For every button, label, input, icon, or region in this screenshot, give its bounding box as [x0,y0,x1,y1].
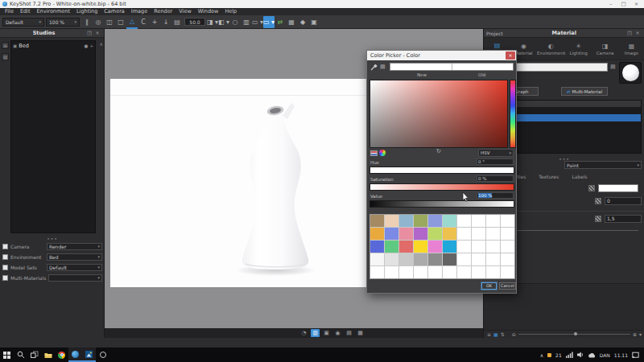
color-swatch[interactable] [443,228,456,240]
menu-item[interactable]: File [2,8,17,15]
animation-icon[interactable]: ◔ [299,329,308,337]
eyedropper-icon[interactable] [370,64,378,71]
pan-icon[interactable]: + [149,16,160,28]
saturation-slider[interactable] [369,183,514,191]
minimize-button[interactable]: – [605,1,616,7]
filter-icon[interactable]: ▾ [639,331,642,337]
color-swatch[interactable] [399,241,413,253]
color-swatch[interactable] [385,241,398,253]
color-swatch[interactable] [443,215,456,227]
ok-button[interactable]: OK [481,282,497,290]
link-checkbox[interactable] [2,254,8,260]
queue-icon[interactable]: ▤ [345,329,353,337]
color-mode-select[interactable]: HSV ▾ [478,149,514,157]
settings-taskbar-icon[interactable] [96,348,109,362]
orientation-icon[interactable]: △ [126,15,138,29]
color-swatch[interactable] [486,228,500,240]
menu-item[interactable]: Help [221,8,240,15]
undock-icon[interactable]: ◳ [85,30,93,36]
studio-link-icon[interactable]: + [89,43,93,48]
zoom-out-icon[interactable]: ⊖ [512,331,516,337]
color-swatch[interactable] [472,266,485,278]
thumbnail-size-slider[interactable] [518,334,630,335]
color-swatch[interactable] [501,253,514,265]
save-material-icon[interactable]: ▤ [610,64,616,70]
copy-icon[interactable]: ▥ [241,16,252,28]
volume-icon[interactable] [577,352,584,358]
render-area[interactable] [110,79,370,287]
slider-handle[interactable] [574,332,577,335]
pause-icon[interactable]: ∥ [81,16,93,28]
color-swatch[interactable] [414,228,427,240]
color-swatch[interactable] [457,215,471,227]
value-value-field[interactable]: 100 % [477,192,514,199]
color-swatch[interactable] [414,215,427,227]
maximize-button[interactable]: □ [618,1,629,7]
link-checkbox[interactable] [2,265,8,270]
paint-color-swatch[interactable] [598,184,638,192]
library-icon[interactable]: ▥ [311,329,320,337]
color-swatch[interactable] [501,241,514,253]
dialog-titlebar[interactable]: Color Picker - Color × [367,51,516,60]
dome-light-icon[interactable]: ◎ [93,16,104,28]
link-checkbox[interactable] [2,244,8,249]
color-swatch[interactable] [428,253,442,265]
grid-icon[interactable]: ▦ [286,16,297,28]
walkthrough-icon[interactable]: ○ [229,16,241,28]
color-swatch[interactable] [457,241,471,253]
hue-bar[interactable] [510,80,516,148]
presentation-icon[interactable]: ▭ ▾ [252,16,263,28]
flip-view-icon[interactable]: ⇄ [275,16,286,28]
color-swatch[interactable] [443,266,456,278]
chrome-icon[interactable] [55,348,68,362]
duplicate-studio-button[interactable]: ▥ [2,53,9,60]
color-swatch[interactable] [428,215,442,227]
undock-icon[interactable]: ◳ [625,30,634,36]
color-swatch[interactable] [399,215,413,227]
color-swatch[interactable] [457,228,471,240]
color-texture-toggle[interactable] [588,185,595,191]
clock[interactable]: 11.11 [614,352,628,358]
color-swatch[interactable] [428,266,442,278]
language-indicator[interactable]: DAN [600,352,610,358]
project-tab[interactable]: ◐ Environment [537,38,565,60]
multi-material-button[interactable]: ⇄ Multi-Material [561,87,608,96]
old-color-swatch[interactable] [452,64,514,70]
color-swatch[interactable] [370,266,384,278]
studio-row[interactable]: ▣ Bed ● + [11,41,95,50]
project-tab[interactable]: ☀ Lighting [565,38,592,60]
network-icon[interactable] [566,352,573,358]
link-select[interactable]: Default ▾ [47,264,102,271]
color-swatch[interactable] [443,241,456,253]
color-swatch[interactable] [414,241,427,253]
color-swatch[interactable] [472,253,485,265]
render-options-icon[interactable]: ◉ [333,329,342,337]
display-mode-icon[interactable]: ▭ ▾ [263,16,275,28]
color-swatch[interactable] [472,228,485,240]
cancel-button[interactable]: Cancel [499,282,516,290]
gloss-field[interactable]: 0 [605,197,642,205]
close-button[interactable]: × [631,1,642,7]
link-select[interactable]: Bed ▾ [47,253,102,261]
material-preview[interactable] [619,62,642,84]
color-swatch[interactable] [385,266,398,278]
color-swatch[interactable] [399,253,413,265]
tray-expand-chevron[interactable]: ∧ [540,352,543,358]
color-swatch[interactable] [486,215,500,227]
link-select[interactable]: Render ▾ [47,243,102,250]
frame-icon[interactable]: □ [115,16,126,28]
library-toggle-icon[interactable]: ▤ [171,16,183,28]
panel-splitter[interactable]: ••• [0,236,105,241]
keyshot-taskbar-icon[interactable] [68,348,82,362]
close-panel-icon[interactable]: × [93,30,101,36]
studio-state-icon[interactable]: ● [85,43,89,48]
region-render-icon[interactable]: ◫ [104,16,115,28]
color-swatch[interactable] [501,266,514,278]
color-swatch[interactable] [486,241,500,253]
menu-item[interactable]: Window [195,8,222,15]
camera-views-icon[interactable]: ◧ ▾ [218,16,229,28]
slideshow-icon[interactable]: ▣ [308,16,320,28]
color-swatch[interactable] [472,215,485,227]
hue-slider[interactable] [369,167,514,174]
tray-app-icon[interactable] [547,353,551,357]
